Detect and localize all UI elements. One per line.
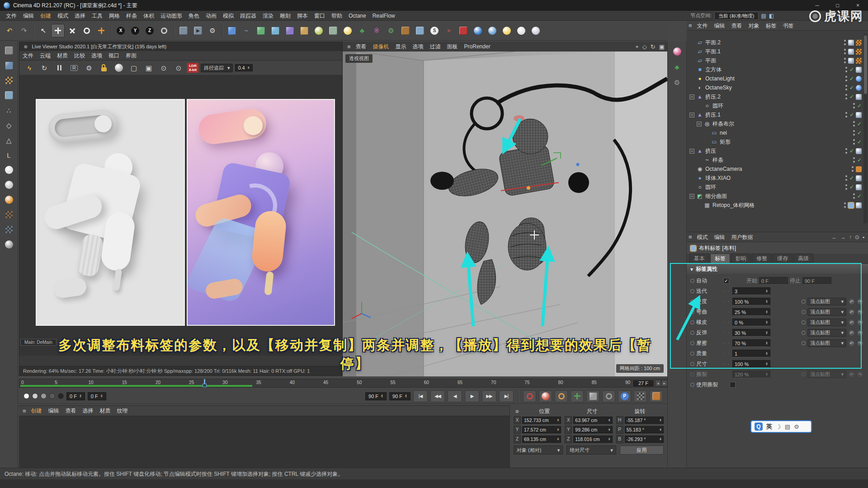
enabled-check-icon[interactable]: ✓	[857, 121, 862, 127]
attribute-value-field[interactable]: 30 %▲▼	[732, 329, 770, 337]
lock-panel-icon[interactable]: ▪	[863, 234, 864, 240]
spinner-icon[interactable]: ▲▼	[659, 419, 662, 422]
map-dot-icon[interactable]	[802, 320, 806, 324]
fields-flower-icon[interactable]: ※	[370, 24, 383, 38]
parent-object-icon[interactable]: ↑	[849, 234, 852, 240]
take-circle-3[interactable]	[41, 393, 47, 399]
spinner-icon[interactable]: ▲▼	[659, 438, 662, 441]
coordinates-burger-icon[interactable]: ≡	[514, 408, 521, 415]
deformer-icon[interactable]	[297, 24, 311, 38]
spinner-icon[interactable]: ▲▼	[765, 362, 768, 366]
attribute-value-field[interactable]: 25 %▲▼	[732, 308, 770, 316]
viewport-burger-icon[interactable]: ≡	[345, 43, 353, 50]
spin-down-icon[interactable]: ▼	[765, 291, 768, 293]
ime-logo-icon[interactable]: Q	[755, 422, 763, 431]
node-editor-icon[interactable]: ▤	[761, 13, 766, 19]
spin-down-icon[interactable]: ▼	[765, 354, 768, 355]
node-space-selector[interactable]: 当前 (标准/物理)	[714, 12, 758, 20]
texture-mode-icon[interactable]	[3, 74, 15, 87]
live-viewer-tab[interactable]: Main: DeMain	[20, 339, 57, 346]
attribute-value-field[interactable]: 3▲▼	[732, 287, 770, 295]
search-icon[interactable]: ⊙	[855, 234, 859, 240]
timeline-option-icon[interactable]: ◂	[655, 380, 661, 386]
spin-down-icon[interactable]: ▼	[608, 439, 611, 441]
anim-dot-icon[interactable]	[690, 279, 694, 283]
object-row[interactable]: ○圆环✓	[687, 183, 868, 192]
scrollbar-thumb[interactable]	[864, 35, 867, 94]
next-key-button[interactable]: ▶▶	[482, 390, 496, 402]
lock-icon[interactable]	[98, 61, 110, 74]
phong-tag-icon[interactable]	[856, 94, 862, 100]
material-burger-icon[interactable]: ≡	[21, 408, 28, 414]
live-viewer-menu-item-7[interactable]: 界面	[123, 51, 140, 60]
spin-down-icon[interactable]: ▼	[557, 439, 559, 441]
restart-icon[interactable]: R	[68, 61, 80, 74]
main-menu-item-13[interactable]: 模拟	[220, 11, 237, 21]
ime-icon-2[interactable]: ▤	[785, 423, 790, 430]
x-axis-lock-icon[interactable]: X	[114, 24, 127, 38]
model-mode-icon[interactable]	[3, 59, 15, 72]
spinner-icon[interactable]: ▲▼	[381, 394, 383, 398]
map-dot-icon[interactable]	[802, 300, 806, 304]
keyframe-selection-icon[interactable]	[555, 390, 568, 402]
reset-left-icon[interactable]: ↶	[848, 340, 855, 347]
main-menu-item-7[interactable]: 网格	[106, 11, 123, 21]
octane-tag-icon[interactable]	[856, 76, 862, 82]
pen-mode-icon[interactable]	[3, 44, 15, 57]
take-circle-1[interactable]	[24, 393, 29, 399]
paint-palette-icon[interactable]	[671, 45, 684, 58]
take-circle-5[interactable]	[58, 393, 64, 399]
xpresso-icon[interactable]: ×	[442, 24, 456, 38]
start-field[interactable]: 0 F	[759, 277, 788, 285]
coords-value-field[interactable]: -26.293 °▲▼	[625, 436, 664, 443]
main-menu-item-2[interactable]: 编辑	[20, 11, 37, 21]
octane-tag-icon[interactable]	[856, 85, 862, 91]
render-picture-viewer-icon[interactable]: ▶	[191, 24, 205, 38]
points-mode-icon[interactable]: ∴	[3, 104, 15, 117]
array-generator-icon[interactable]	[269, 24, 282, 38]
spinner-icon[interactable]: ▲▼	[247, 66, 250, 70]
ime-icon-1[interactable]: ☽	[776, 423, 781, 430]
enabled-check-icon[interactable]: ✓	[849, 76, 854, 82]
viewport-menu-item-3[interactable]: 显示	[392, 42, 410, 52]
main-menu-item-3[interactable]: 创建	[37, 11, 54, 21]
spin-down-icon[interactable]: ▼	[659, 430, 662, 431]
enabled-check-icon[interactable]: ✓	[849, 94, 854, 100]
apply-button[interactable]: 应用	[620, 446, 664, 455]
cloud-icon[interactable]	[514, 24, 528, 38]
attribute-menu-item-3[interactable]: 用户数据	[728, 232, 756, 242]
tab-3[interactable]: 影响	[731, 253, 751, 263]
material-wood-icon[interactable]	[399, 24, 412, 38]
pick-focus-icon[interactable]: ⊙	[157, 61, 170, 74]
pick-material-icon[interactable]: ⊙	[172, 61, 185, 74]
object-manager-menu-item-2[interactable]: 编辑	[711, 21, 728, 31]
spinner-icon[interactable]: ▲▼	[765, 310, 768, 314]
anim-dot-icon[interactable]	[690, 352, 694, 356]
object-row[interactable]: −▲挤压✓	[687, 146, 868, 155]
settings-gear-icon[interactable]: ⚙	[83, 61, 95, 74]
viewport-menu-item-6[interactable]: 面板	[444, 42, 461, 52]
goto-end-button[interactable]: ▶|	[499, 390, 514, 402]
main-menu-item-14[interactable]: 跟踪器	[237, 11, 259, 21]
main-menu-item-8[interactable]: 样条	[123, 11, 140, 21]
render-preview-clay[interactable]	[36, 99, 185, 326]
spin-down-icon[interactable]: ▼	[659, 439, 662, 441]
main-menu-item-20[interactable]: Octane	[345, 11, 369, 21]
pause-icon[interactable]	[53, 61, 66, 74]
visibility-dots-icon[interactable]	[845, 184, 848, 191]
phong-tag-icon[interactable]	[848, 40, 854, 46]
sun-icon[interactable]	[500, 24, 514, 38]
anim-dot-icon[interactable]	[690, 362, 694, 366]
map-dot-icon[interactable]	[802, 331, 806, 335]
record-keyframe-icon[interactable]	[523, 390, 536, 402]
spinner-icon[interactable]: ▲▼	[608, 438, 611, 441]
axis-mode-icon[interactable]: L	[3, 149, 15, 161]
reset-right-icon[interactable]: ↷	[857, 340, 863, 347]
phong-tag-icon[interactable]	[848, 49, 854, 55]
visibility-dots-icon[interactable]	[853, 130, 855, 136]
object-row[interactable]: ◉OctaneCamera	[687, 164, 868, 174]
visibility-dots-icon[interactable]	[852, 166, 854, 173]
live-viewer-menu-item-1[interactable]: 文件	[19, 51, 37, 60]
spin-down-icon[interactable]: ▼	[557, 430, 559, 431]
history-back-icon[interactable]: ←	[832, 234, 837, 240]
